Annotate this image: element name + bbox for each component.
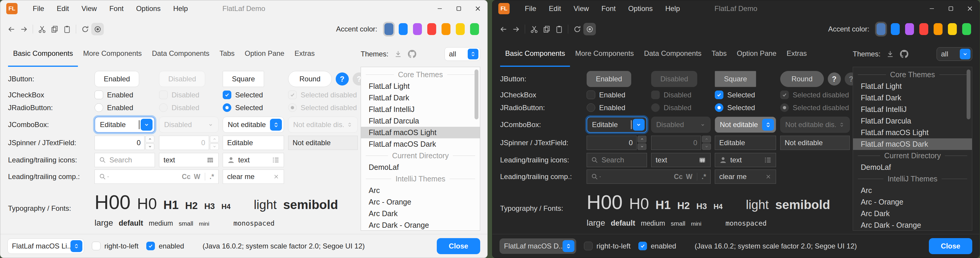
tab-tabs[interactable]: Tabs bbox=[706, 41, 732, 67]
enabled-button[interactable]: Enabled bbox=[587, 71, 631, 87]
theme-item[interactable]: Arc bbox=[853, 185, 972, 196]
spinner-up-button[interactable] bbox=[638, 136, 646, 142]
menu-font[interactable]: Font bbox=[103, 0, 130, 17]
calendar-icon[interactable] bbox=[206, 156, 214, 164]
help-button[interactable]: ? bbox=[828, 73, 841, 85]
chevron-updown-icon[interactable] bbox=[563, 240, 574, 252]
spinner-down-button[interactable] bbox=[638, 143, 646, 150]
theme-item[interactable]: FlatLaf IntelliJ bbox=[361, 104, 480, 115]
spinner-up-button[interactable] bbox=[145, 136, 154, 142]
close-window-button[interactable] bbox=[468, 0, 487, 17]
search-field[interactable]: Search bbox=[95, 153, 155, 167]
text-field-person[interactable]: text bbox=[223, 153, 284, 167]
regex-toggle[interactable]: .* bbox=[210, 173, 214, 181]
menu-file[interactable]: File bbox=[519, 0, 542, 17]
minimize-button[interactable] bbox=[430, 0, 449, 17]
menu-options[interactable]: Options bbox=[130, 0, 167, 17]
back-button[interactable] bbox=[5, 23, 18, 35]
spinner[interactable]: 0 bbox=[95, 136, 154, 150]
download-icon[interactable] bbox=[886, 50, 894, 58]
cut-button[interactable] bbox=[36, 23, 48, 35]
round-button[interactable]: Round bbox=[780, 71, 824, 87]
clearable-field[interactable]: clear me bbox=[223, 169, 284, 184]
tab-extras[interactable]: Extras bbox=[289, 41, 320, 67]
chevron-updown-icon[interactable] bbox=[762, 119, 774, 131]
tab-more-components[interactable]: More Components bbox=[78, 41, 146, 67]
tab-basic-components[interactable]: Basic Components bbox=[8, 41, 78, 67]
checkbox-enabled[interactable]: Enabled bbox=[95, 90, 155, 99]
search-with-menu-icon[interactable] bbox=[99, 173, 110, 180]
square-button[interactable]: Square bbox=[223, 71, 264, 87]
tab-data-components[interactable]: Data Components bbox=[147, 41, 215, 67]
download-icon[interactable] bbox=[394, 50, 402, 58]
search-options-field[interactable]: Cc W .* bbox=[95, 169, 218, 184]
accent-swatch-red[interactable] bbox=[427, 23, 436, 35]
themes-filter-combobox[interactable]: all bbox=[444, 47, 480, 61]
theme-item[interactable]: FlatLaf Light bbox=[361, 81, 480, 92]
theme-item[interactable]: FlatLaf Darcula bbox=[853, 115, 972, 127]
refresh-button[interactable] bbox=[79, 23, 91, 35]
theme-item[interactable]: FlatLaf macOS Dark bbox=[361, 138, 480, 150]
enabled-button[interactable]: Enabled bbox=[95, 71, 139, 87]
chevron-down-icon[interactable] bbox=[633, 119, 644, 131]
checkbox-enabled[interactable]: Enabled bbox=[587, 90, 647, 99]
theme-item[interactable]: DemoLaf bbox=[361, 161, 480, 173]
spinner-down-button[interactable] bbox=[145, 143, 154, 150]
close-button[interactable]: Close bbox=[929, 238, 972, 254]
theme-combobox[interactable]: FlatLaf macOS Li... bbox=[8, 238, 84, 254]
accent-swatch-green[interactable] bbox=[470, 23, 479, 35]
refresh-button[interactable] bbox=[571, 23, 583, 35]
accent-swatch-blue[interactable] bbox=[399, 23, 408, 35]
menu-edit[interactable]: Edit bbox=[542, 0, 567, 17]
maximize-button[interactable] bbox=[941, 0, 960, 17]
forward-button[interactable] bbox=[18, 23, 30, 35]
regex-toggle[interactable]: .* bbox=[702, 173, 706, 181]
theme-item[interactable]: DemoLaf bbox=[853, 161, 972, 173]
text-field-calendar[interactable]: text bbox=[651, 153, 711, 167]
show-hover-toggle-button[interactable] bbox=[583, 23, 596, 35]
scrollbar-thumb[interactable] bbox=[967, 70, 970, 119]
calendar-icon[interactable] bbox=[698, 156, 706, 164]
forward-button[interactable] bbox=[510, 23, 522, 35]
themes-filter-combobox[interactable]: all bbox=[937, 47, 972, 61]
scrollbar-thumb[interactable] bbox=[474, 70, 479, 119]
tab-more-components[interactable]: More Components bbox=[570, 41, 639, 67]
tab-extras[interactable]: Extras bbox=[781, 41, 812, 67]
clear-icon[interactable] bbox=[765, 173, 772, 180]
paste-button[interactable] bbox=[60, 23, 73, 35]
spinner-value[interactable]: 0 bbox=[95, 136, 145, 150]
radio-enabled[interactable]: Enabled bbox=[95, 103, 155, 112]
accent-swatch-green[interactable] bbox=[962, 23, 971, 35]
match-case-toggle[interactable]: Cc bbox=[674, 173, 682, 181]
minimize-button[interactable] bbox=[922, 0, 941, 17]
accent-swatch-yellow[interactable] bbox=[456, 23, 465, 35]
cut-button[interactable] bbox=[528, 23, 540, 35]
combobox-not-editable[interactable]: Not editable bbox=[715, 117, 776, 133]
chevron-updown-icon[interactable] bbox=[468, 49, 479, 59]
maximize-button[interactable] bbox=[449, 0, 468, 17]
themes-list[interactable]: Core Themes FlatLaf Light FlatLaf Dark F… bbox=[361, 67, 480, 231]
list-icon[interactable] bbox=[764, 156, 772, 164]
checkbox-selected[interactable]: Selected bbox=[223, 90, 284, 99]
titlebar[interactable]: FL File Edit View Font Options Help Flat… bbox=[0, 0, 487, 17]
accent-swatch-orange[interactable] bbox=[934, 23, 943, 35]
radio-selected[interactable]: Selected bbox=[715, 103, 776, 112]
textfield-editable[interactable]: Editable bbox=[715, 136, 776, 150]
spinner[interactable]: 0 bbox=[587, 136, 646, 150]
chevron-down-icon[interactable] bbox=[960, 49, 970, 59]
show-hover-toggle-button[interactable] bbox=[91, 23, 104, 35]
menu-file[interactable]: File bbox=[27, 0, 51, 17]
clearable-field[interactable]: clear me bbox=[715, 169, 776, 184]
theme-item[interactable]: Arc Dark - Orange bbox=[361, 219, 480, 231]
theme-item-selected[interactable]: FlatLaf macOS Light bbox=[361, 127, 480, 138]
theme-item[interactable]: FlatLaf Dark bbox=[853, 92, 972, 104]
enabled-checkbox[interactable]: enabled bbox=[638, 242, 676, 250]
square-button[interactable]: Square bbox=[715, 71, 756, 87]
close-button[interactable]: Close bbox=[437, 238, 480, 254]
copy-button[interactable] bbox=[540, 23, 553, 35]
tab-data-components[interactable]: Data Components bbox=[639, 41, 706, 67]
tab-tabs[interactable]: Tabs bbox=[215, 41, 240, 67]
theme-item[interactable]: FlatLaf Darcula bbox=[361, 115, 480, 127]
accent-swatch-purple[interactable] bbox=[905, 23, 914, 35]
tab-basic-components[interactable]: Basic Components bbox=[500, 41, 570, 67]
